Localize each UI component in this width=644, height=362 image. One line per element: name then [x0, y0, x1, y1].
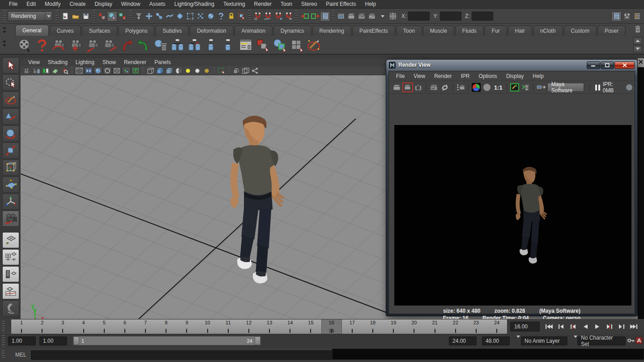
timeline-grip[interactable]	[2, 321, 5, 332]
menubar-item[interactable]: Render	[250, 0, 276, 9]
playblast-reel-icon[interactable]	[17, 38, 32, 53]
statusline-grip[interactable]	[55, 10, 59, 22]
statusline-grip[interactable]	[248, 10, 251, 22]
shelf-tab[interactable]: Deformation	[190, 26, 233, 36]
minimize-button[interactable]	[587, 61, 600, 69]
render-view-menu-item[interactable]: Help	[528, 73, 548, 79]
mask-handles-icon[interactable]	[144, 11, 154, 22]
shelf-tab[interactable]: PaintEffects	[352, 26, 395, 36]
shelf-tab[interactable]: Rendering	[312, 26, 351, 36]
render-view-menu-item[interactable]: View	[409, 73, 430, 79]
pv-bookmarks-icon[interactable]	[41, 67, 50, 75]
menubar-item[interactable]: Lighting/Shading	[170, 0, 218, 9]
rv-refresh-ipr-icon[interactable]	[439, 82, 450, 92]
shelf-tab[interactable]: Poser	[597, 26, 626, 36]
channel-box-icon[interactable]	[632, 11, 642, 22]
go-to-end-button[interactable]	[628, 322, 640, 332]
character-model[interactable]	[214, 110, 292, 293]
menubar-item[interactable]: Toon	[276, 0, 297, 9]
plain-cube-icon[interactable]	[232, 67, 241, 75]
shelf-tab[interactable]: Muscle	[423, 26, 454, 36]
select-shaded-object-icon[interactable]	[272, 38, 287, 53]
rendered-image[interactable]	[394, 125, 631, 306]
close-button[interactable]	[614, 61, 635, 69]
menubar-item[interactable]: Paint Effects	[321, 0, 360, 9]
camera-dolly-icon[interactable]	[85, 38, 100, 53]
default-material-mode-icon[interactable]	[103, 67, 112, 75]
flat-shade-mode-icon[interactable]	[84, 67, 93, 75]
ungroup-icon[interactable]	[221, 38, 236, 53]
shelf-scroll-down-icon[interactable]	[633, 45, 642, 52]
paint-select-tool[interactable]	[2, 91, 19, 108]
play-backwards-button[interactable]	[580, 322, 591, 332]
statusline-grip[interactable]	[295, 10, 298, 22]
shelf-tab[interactable]: General	[15, 25, 49, 36]
xray-cube-icon[interactable]	[165, 67, 174, 75]
render-view-titlebar[interactable]: Render View	[386, 60, 637, 70]
unparent-icon[interactable]	[187, 38, 202, 53]
snap-to-curves-magnet-icon[interactable]	[263, 11, 273, 22]
pv-camera-select-icon[interactable]	[22, 67, 31, 75]
share-view-icon[interactable]	[251, 67, 260, 75]
rv-remove-image-icon[interactable]	[520, 82, 531, 92]
panel-menu-item[interactable]: Renderer	[120, 59, 150, 65]
shelf-tab[interactable]: Animation	[235, 26, 273, 36]
input-connections-icon[interactable]	[299, 11, 310, 22]
menubar-item[interactable]: Stereo	[297, 0, 321, 9]
shelf-tab[interactable]: Polygons	[118, 26, 154, 36]
menu-mode-selector[interactable]: Rendering	[8, 11, 52, 21]
soft-modification-tool[interactable]	[2, 177, 19, 193]
z-coordinate-field[interactable]	[472, 12, 493, 21]
shelf-tab[interactable]: Surfaces	[82, 26, 117, 36]
rv-snapshot-icon[interactable]	[413, 82, 424, 92]
shelf-tab[interactable]: Fur	[485, 26, 507, 36]
highlight-selection-icon[interactable]	[236, 11, 247, 22]
coordinate-entry-mode-icon[interactable]	[388, 11, 398, 22]
panel-menu-item[interactable]: Panels	[150, 59, 175, 65]
layout-single-pane-button[interactable]	[2, 232, 19, 248]
snap-to-grids-magnet-icon[interactable]	[252, 11, 263, 22]
smooth-shade-mode-icon[interactable]	[94, 67, 102, 75]
panel-menu-item[interactable]: Shading	[44, 59, 72, 65]
undo-icon[interactable]	[119, 38, 134, 53]
checker-sphere-icon[interactable]	[174, 67, 183, 75]
menubar-item[interactable]: Edit	[22, 0, 40, 9]
select-component-icon[interactable]	[117, 11, 128, 22]
menubar-item[interactable]: Texturing	[219, 0, 250, 9]
group-icon[interactable]	[204, 38, 219, 53]
outliner-icon[interactable]	[238, 38, 253, 53]
shelf-tab[interactable]: Subdivs	[155, 26, 189, 36]
menubar-item[interactable]: File	[4, 0, 22, 9]
frame-ruler[interactable]: 1 2 3 4 5 6	[11, 319, 508, 334]
layout-outliner-persp-button[interactable]	[2, 266, 19, 282]
panel-menu-item[interactable]: View	[24, 59, 44, 65]
render-view-menu-item[interactable]: Render	[430, 73, 456, 79]
cmdline-grip[interactable]	[2, 350, 5, 359]
parent-icon[interactable]	[170, 38, 185, 53]
statusline-grip[interactable]	[129, 10, 132, 22]
animation-end-field[interactable]: 48.00	[482, 336, 510, 345]
rv-ipr-render-icon[interactable]	[429, 82, 439, 92]
tool-settings-icon[interactable]	[622, 11, 632, 22]
y-coordinate-field[interactable]	[440, 12, 461, 21]
playback-range-slider[interactable]: 1 24	[73, 336, 261, 345]
use-selected-lights-icon[interactable]	[193, 67, 202, 75]
shelf-item-menu-icon[interactable]	[3, 41, 6, 47]
step-forward-key-button[interactable]	[604, 322, 615, 332]
layout-four-pane-button[interactable]	[2, 249, 19, 265]
menubar-item[interactable]: Assets	[145, 0, 170, 9]
multi-pane-icon[interactable]	[241, 67, 250, 75]
layout-persp-graph-button[interactable]	[2, 283, 19, 299]
rotate-tool[interactable]	[2, 125, 19, 142]
range-start-handle[interactable]	[73, 336, 79, 345]
shaded-cube-icon[interactable]	[155, 67, 164, 75]
rv-renderer-selector[interactable]: Maya Software	[547, 83, 584, 92]
attribute-editor-icon[interactable]	[611, 11, 622, 22]
current-tool-camera[interactable]	[2, 211, 19, 227]
mask-joints-icon[interactable]	[154, 11, 164, 22]
panel-menu-item[interactable]: Lighting	[72, 59, 98, 65]
wire-cube-icon[interactable]	[146, 67, 155, 75]
mask-dynamics-icon[interactable]	[195, 11, 205, 22]
save-scene-icon[interactable]	[81, 11, 91, 22]
render-current-frame-icon[interactable]	[346, 11, 357, 22]
